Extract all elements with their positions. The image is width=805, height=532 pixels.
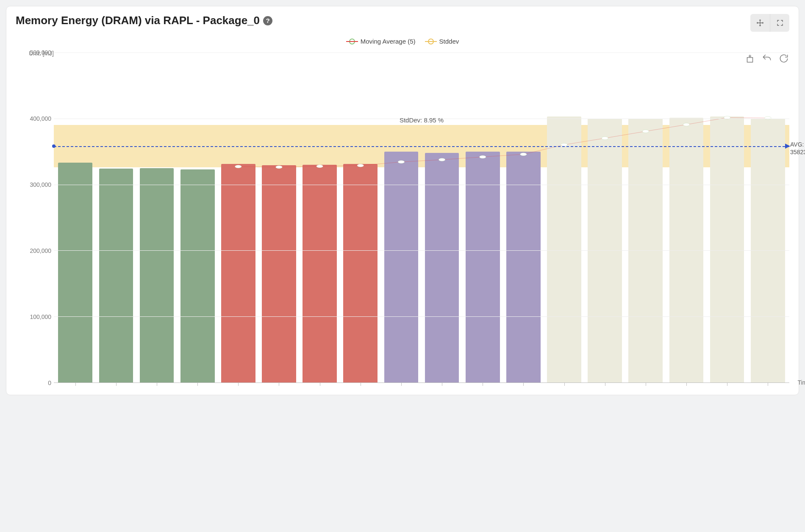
plot-area[interactable]: Time StdDev: 8.95 %AVG:358230.666	[54, 53, 789, 383]
x-tick	[727, 382, 727, 386]
x-tick	[768, 382, 768, 386]
bar[interactable]	[303, 165, 337, 382]
card-header: Memory Energy (DRAM) via RAPL - Package_…	[16, 14, 789, 32]
x-tick	[279, 382, 279, 386]
legend-moving-avg[interactable]: Moving Average (5)	[346, 38, 416, 45]
help-icon[interactable]: ?	[263, 16, 272, 25]
y-tick-label: 100,000	[30, 313, 51, 320]
bar[interactable]	[99, 169, 133, 382]
bar[interactable]	[262, 165, 296, 382]
legend-moving-avg-label: Moving Average (5)	[361, 38, 416, 45]
x-tick	[646, 382, 646, 386]
grid-line	[54, 53, 789, 53]
x-tick	[442, 382, 442, 386]
bar[interactable]	[58, 163, 92, 382]
bar[interactable]	[221, 164, 255, 382]
bar[interactable]	[466, 152, 500, 382]
title-wrap: Memory Energy (DRAM) via RAPL - Package_…	[16, 14, 272, 27]
bars-container	[54, 53, 789, 382]
move-panel-button[interactable]	[750, 14, 770, 32]
legend: Moving Average (5) Stddev	[16, 38, 789, 45]
y-tick-label: 0	[48, 380, 51, 386]
x-axis-label: Time	[797, 379, 805, 386]
avg-label: AVG:358230.666	[790, 141, 805, 156]
x-tick	[116, 382, 117, 386]
grid-line	[54, 250, 789, 251]
x-tick	[361, 382, 361, 386]
stddev-swatch-icon	[425, 39, 437, 44]
x-tick	[605, 382, 605, 386]
chart-title: Memory Energy (DRAM) via RAPL - Package_…	[16, 14, 260, 27]
bar[interactable]	[384, 152, 419, 382]
x-tick	[197, 382, 198, 386]
x-tick	[686, 382, 687, 386]
grid-line	[54, 316, 789, 317]
bar[interactable]	[180, 169, 215, 382]
bar[interactable]	[547, 116, 581, 382]
y-tick-label: 300,000	[30, 181, 51, 188]
bar[interactable]	[140, 168, 174, 382]
x-tick	[564, 382, 565, 386]
legend-stddev[interactable]: Stddev	[425, 38, 459, 45]
stddev-label: StdDev: 8.95 %	[400, 116, 444, 124]
x-tick	[238, 382, 239, 386]
bar[interactable]	[506, 152, 541, 382]
bar[interactable]	[710, 116, 744, 382]
chart-card: Memory Energy (DRAM) via RAPL - Package_…	[6, 6, 799, 395]
x-tick	[523, 382, 524, 386]
legend-stddev-label: Stddev	[439, 38, 459, 45]
y-tick-label: 200,000	[30, 247, 51, 254]
chart-area: Unit: [mJ] 0100,000200,000300,000400,000…	[16, 53, 789, 383]
x-tick	[157, 382, 157, 386]
grid-line	[54, 185, 789, 185]
y-axis: Unit: [mJ] 0100,000200,000300,000400,000…	[16, 53, 54, 383]
x-tick	[483, 382, 483, 386]
panel-controls	[750, 14, 789, 32]
x-tick	[401, 382, 402, 386]
bar[interactable]	[425, 153, 459, 382]
bar[interactable]	[343, 164, 378, 382]
x-tick	[75, 382, 76, 386]
moving-avg-swatch-icon	[346, 39, 358, 44]
y-tick-label: 400,000	[30, 115, 51, 122]
y-tick-label: 500,000	[30, 49, 51, 56]
x-tick	[320, 382, 320, 386]
fullscreen-button[interactable]	[770, 14, 789, 32]
